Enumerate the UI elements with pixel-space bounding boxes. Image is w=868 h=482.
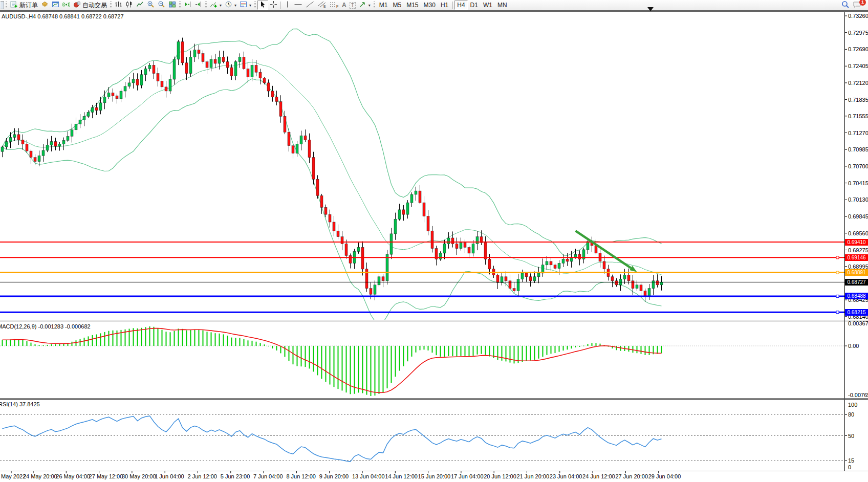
mt4-window: 新订单 自动 <box>0 0 868 482</box>
chart-canvas[interactable] <box>0 0 868 482</box>
chart-title: AUDUSD-,H4 0.68748 0.68841 0.68722 0.687… <box>2 13 124 19</box>
macd-label: MACD(12,26,9) -0.001283 -0.000682 <box>0 323 91 330</box>
price-axis[interactable] <box>845 12 868 471</box>
shift-marker <box>647 7 654 11</box>
rsi-label: RSI(14) 37.8425 <box>0 401 40 407</box>
time-axis[interactable] <box>0 471 844 482</box>
